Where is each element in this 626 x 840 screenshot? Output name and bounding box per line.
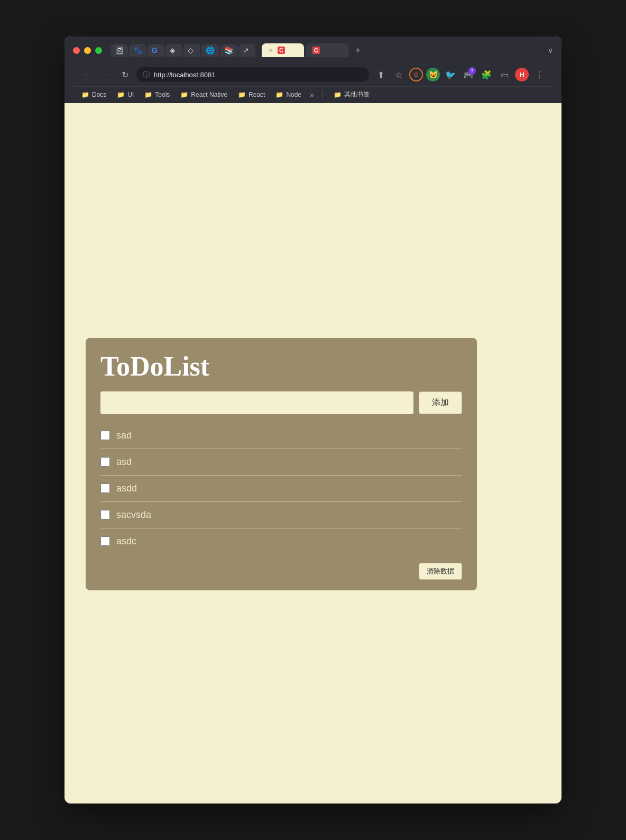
tab-favicon-1[interactable]: 📓 (111, 44, 128, 57)
title-bar-top: 📓 🐾 G ◈ ◇ 🌐 (73, 43, 553, 58)
tab-favicon-4[interactable]: ◈ (165, 44, 182, 57)
todo-checkbox-1[interactable] (100, 431, 110, 440)
active-tab[interactable]: ✕ C (262, 43, 304, 57)
todo-title: ToDoList (100, 351, 462, 382)
bookmark-docs[interactable]: 📁 Docs (79, 90, 108, 99)
new-tab-button[interactable]: + (351, 43, 365, 58)
close-window-button[interactable] (73, 47, 80, 54)
todo-card: ToDoList 添加 sad asd asdd (86, 338, 477, 590)
todo-footer: 清除数据 (100, 559, 462, 580)
address-bar-row: ← → ↻ ⓘ http://localhost:8081 ⬆ ☆ (73, 63, 553, 86)
folder-icon-ui: 📁 (117, 91, 125, 98)
folder-icon-react: 📁 (238, 91, 246, 98)
list-item: sad (100, 423, 462, 449)
folder-icon-docs: 📁 (81, 91, 89, 98)
todo-checkbox-3[interactable] (100, 483, 110, 493)
clear-button[interactable]: 清除数据 (419, 563, 462, 580)
tab-close-icon[interactable]: ✕ (267, 47, 274, 54)
bookmarks-more-button[interactable]: » (310, 90, 314, 99)
minimize-window-button[interactable] (84, 47, 91, 54)
todo-item-text-1: sad (116, 430, 132, 441)
bookmarks-divider (323, 90, 323, 99)
folder-icon-react-native: 📁 (180, 91, 188, 98)
list-item: sacvsda (100, 502, 462, 528)
bookmark-ui[interactable]: 📁 UI (115, 90, 136, 99)
monitor-button[interactable]: ▭ (497, 67, 512, 82)
bookmark-node[interactable]: 📁 Node (273, 90, 303, 99)
list-item: asdd (100, 476, 462, 502)
maximize-window-button[interactable] (95, 47, 102, 54)
tab-more-button[interactable]: ∨ (548, 46, 553, 54)
todo-checkbox-2[interactable] (100, 457, 110, 467)
extension-button[interactable]: 🎮 7 (461, 67, 476, 82)
todo-input-row: 添加 (100, 391, 462, 414)
folder-icon-other: 📁 (334, 91, 342, 98)
more-menu-button[interactable]: ⋮ (532, 67, 547, 82)
tab-favicon-7[interactable]: 📚 (220, 44, 237, 57)
forward-button[interactable]: → (98, 67, 113, 82)
todo-input[interactable] (100, 391, 413, 414)
tab-favicon-6[interactable]: 🌐 (201, 44, 219, 57)
todo-add-button[interactable]: 添加 (419, 391, 462, 414)
security-icon: ⓘ (143, 70, 150, 79)
tab-favicon-active: C (278, 47, 285, 54)
todo-item-text-3: asdd (116, 483, 137, 494)
todo-list: sad asd asdd sacvsda asdc (100, 423, 462, 554)
extension-badge: 7 (468, 67, 476, 75)
bookmark-tools[interactable]: 📁 Tools (142, 90, 172, 99)
puzzle-icon[interactable]: 🧩 (479, 67, 494, 82)
todo-checkbox-4[interactable] (100, 510, 110, 519)
bookmark-react[interactable]: 📁 React (236, 90, 267, 99)
share-button[interactable]: ⬆ (373, 67, 388, 82)
orange-icon[interactable]: ⊙ (409, 68, 423, 81)
address-bar[interactable]: ⓘ http://localhost:8081 (136, 67, 369, 82)
list-item: asdc (100, 528, 462, 554)
twitter-button[interactable]: 🐦 (443, 67, 458, 82)
todo-checkbox-5[interactable] (100, 536, 110, 546)
todo-item-text-2: asd (116, 456, 132, 468)
cat-icon[interactable]: 🐱 (426, 68, 440, 81)
browser-window: 📓 🐾 G ◈ ◇ 🌐 (65, 36, 561, 804)
tab-favicon-inactive: C (312, 47, 320, 54)
tab-favicon-2[interactable]: 🐾 (129, 44, 146, 57)
todo-item-text-5: asdc (116, 536, 136, 547)
bookmarks-bar: 📁 Docs 📁 UI 📁 Tools 📁 React Native 📁 Rea… (73, 86, 553, 103)
page-content: ToDoList 添加 sad asd asdd (65, 103, 561, 804)
inactive-tab[interactable]: C (306, 43, 348, 57)
folder-icon-tools: 📁 (144, 91, 152, 98)
bookmark-button[interactable]: ☆ (391, 67, 406, 82)
bookmark-react-native[interactable]: 📁 React Native (178, 90, 229, 99)
tab-favicon-8[interactable]: ↗ (238, 44, 255, 57)
profile-avatar[interactable]: H (515, 68, 529, 81)
window-controls (73, 47, 102, 54)
bookmark-other[interactable]: 📁 其他书签 (332, 89, 372, 100)
todo-item-text-4: sacvsda (116, 509, 151, 521)
url-text: http://localhost:8081 (154, 71, 363, 79)
toolbar-icons: ⬆ ☆ ⊙ 🐱 🐦 🎮 (373, 67, 547, 82)
tabs-row: 📓 🐾 G ◈ ◇ 🌐 (111, 43, 553, 58)
list-item: asd (100, 449, 462, 476)
refresh-button[interactable]: ↻ (117, 67, 132, 82)
tab-favicon-3[interactable]: G (148, 44, 164, 57)
title-bar: 📓 🐾 G ◈ ◇ 🌐 (65, 36, 561, 103)
tab-favicon-5[interactable]: ◇ (183, 44, 200, 57)
folder-icon-node: 📁 (275, 91, 283, 98)
back-button[interactable]: ← (79, 67, 94, 82)
